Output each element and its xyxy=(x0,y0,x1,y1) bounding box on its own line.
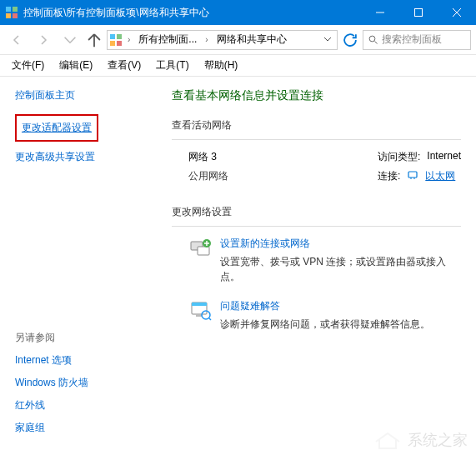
svg-rect-9 xyxy=(117,34,122,39)
task-new-connection: 设置新的连接或网络 设置宽带、拨号或 VPN 连接；或设置路由器或接入点。 xyxy=(172,237,461,284)
svg-rect-1 xyxy=(13,7,18,12)
page-title: 查看基本网络信息并设置连接 xyxy=(172,88,461,103)
window-title: 控制面板\所有控制面板项\网络和共享中心 xyxy=(23,6,361,20)
see-also-firewall[interactable]: Windows 防火墙 xyxy=(15,376,152,390)
window-controls xyxy=(361,0,476,25)
svg-rect-0 xyxy=(6,7,11,12)
address-dropdown-icon[interactable] xyxy=(320,34,335,46)
back-button[interactable] xyxy=(5,29,28,51)
svg-rect-2 xyxy=(6,13,11,18)
new-connection-link[interactable]: 设置新的连接或网络 xyxy=(220,237,461,251)
svg-line-24 xyxy=(209,318,211,320)
advanced-sharing-link[interactable]: 更改高级共享设置 xyxy=(15,150,152,164)
minimize-button[interactable] xyxy=(361,0,399,25)
troubleshoot-desc: 诊断并修复网络问题，或者获得疑难解答信息。 xyxy=(220,317,430,332)
svg-rect-8 xyxy=(110,34,115,39)
main-panel: 查看基本网络信息并设置连接 查看活动网络 网络 3 公用网络 访问类型: Int… xyxy=(167,77,476,460)
svg-rect-14 xyxy=(408,172,417,178)
svg-rect-10 xyxy=(110,41,115,46)
connection-link[interactable]: 以太网 xyxy=(425,169,455,183)
new-connection-desc: 设置宽带、拨号或 VPN 连接；或设置路由器或接入点。 xyxy=(220,254,461,284)
svg-point-12 xyxy=(369,36,375,42)
task-troubleshoot: 问题疑难解答 诊断并修复网络问题，或者获得疑难解答信息。 xyxy=(172,299,461,332)
menu-tools[interactable]: 工具(T) xyxy=(149,57,195,74)
see-also-internet-options[interactable]: Internet 选项 xyxy=(15,353,152,368)
menu-view[interactable]: 查看(V) xyxy=(101,57,148,74)
network-name: 网络 3 xyxy=(188,150,228,164)
highlight-box: 更改适配器设置 xyxy=(15,114,98,142)
see-also-infrared[interactable]: 红外线 xyxy=(15,398,152,412)
svg-rect-11 xyxy=(117,41,122,46)
new-connection-icon xyxy=(188,237,212,260)
troubleshoot-link[interactable]: 问题疑难解答 xyxy=(220,299,430,313)
content-area: 控制面板主页 更改适配器设置 更改高级共享设置 另请参阅 Internet 选项… xyxy=(0,77,476,460)
connection-label: 连接: xyxy=(378,169,400,183)
active-networks-label: 查看活动网络 xyxy=(172,118,461,132)
access-type-label: 访问类型: xyxy=(378,150,420,164)
network-type: 公用网络 xyxy=(188,169,228,183)
menu-edit[interactable]: 编辑(E) xyxy=(53,57,99,74)
menu-file[interactable]: 文件(F) xyxy=(5,57,51,74)
titlebar: 控制面板\所有控制面板项\网络和共享中心 xyxy=(0,0,476,25)
see-also-homegroup[interactable]: 家庭组 xyxy=(15,421,152,435)
troubleshoot-icon xyxy=(188,299,212,322)
chevron-right-icon[interactable]: › xyxy=(203,35,209,44)
see-also-heading: 另请参阅 xyxy=(15,331,152,345)
up-button[interactable] xyxy=(85,31,103,49)
svg-rect-3 xyxy=(13,13,18,18)
maximize-button[interactable] xyxy=(399,0,438,25)
address-bar[interactable]: › 所有控制面... › 网络和共享中心 xyxy=(107,30,338,50)
control-panel-home-link[interactable]: 控制面板主页 xyxy=(15,88,152,102)
svg-rect-21 xyxy=(192,302,207,306)
recent-dropdown[interactable] xyxy=(58,29,82,51)
sidebar: 控制面板主页 更改适配器设置 更改高级共享设置 另请参阅 Internet 选项… xyxy=(0,77,167,460)
svg-rect-18 xyxy=(198,247,209,255)
search-icon xyxy=(368,35,378,45)
divider xyxy=(172,139,461,140)
breadcrumb-all-items[interactable]: 所有控制面... xyxy=(135,32,200,47)
change-adapter-link[interactable]: 更改适配器设置 xyxy=(22,121,92,135)
address-bar-row: › 所有控制面... › 网络和共享中心 搜索控制面板 xyxy=(0,25,476,55)
search-input[interactable]: 搜索控制面板 xyxy=(363,30,471,50)
control-panel-icon xyxy=(5,6,18,19)
network-row: 网络 3 公用网络 访问类型: Internet 连接: 以太网 xyxy=(172,150,461,188)
svg-line-13 xyxy=(375,41,378,43)
menu-help[interactable]: 帮助(H) xyxy=(198,57,245,74)
change-settings-label: 更改网络设置 xyxy=(172,205,461,219)
divider xyxy=(172,226,461,227)
svg-rect-5 xyxy=(415,9,423,17)
address-icon xyxy=(109,33,123,47)
forward-button[interactable] xyxy=(32,29,55,51)
search-placeholder: 搜索控制面板 xyxy=(382,32,442,47)
ethernet-icon xyxy=(407,169,418,181)
access-type-value: Internet xyxy=(427,150,461,164)
refresh-button[interactable] xyxy=(341,31,359,49)
close-button[interactable] xyxy=(438,0,476,25)
menubar: 文件(F) 编辑(E) 查看(V) 工具(T) 帮助(H) xyxy=(0,55,476,77)
chevron-right-icon[interactable]: › xyxy=(126,35,132,44)
breadcrumb-current[interactable]: 网络和共享中心 xyxy=(213,32,290,47)
